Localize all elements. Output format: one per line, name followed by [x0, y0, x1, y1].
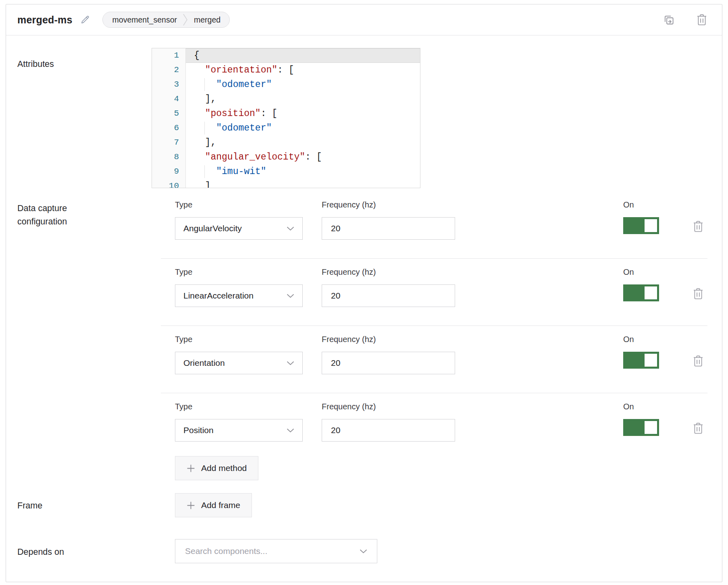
capture-on-toggle[interactable]	[623, 284, 659, 301]
code-line: 2 "orientation": [	[152, 63, 420, 77]
attributes-section: Attributes 1{2 "orientation": [3 "odomet…	[17, 48, 707, 188]
frequency-input-value: 20	[331, 291, 340, 301]
code-line: 1{	[152, 48, 420, 63]
frequency-input[interactable]: 20	[322, 352, 455, 374]
add-method-label: Add method	[201, 463, 247, 473]
method-separator	[161, 258, 707, 259]
delete-method-button[interactable]	[693, 220, 704, 232]
attributes-field-col: 1{2 "orientation": [3 "odometer"4 ],5 "p…	[152, 48, 707, 188]
frequency-input-value: 20	[331, 224, 340, 233]
breadcrumb-divider-icon	[183, 12, 188, 27]
type-select[interactable]: LinearAcceleration	[175, 284, 303, 307]
plus-icon	[187, 464, 195, 473]
type-select-value: AngularVelocity	[183, 224, 242, 233]
type-select[interactable]: Orientation	[175, 352, 303, 374]
chevron-down-icon	[287, 361, 294, 365]
code-text: "odometer"	[186, 121, 420, 135]
depends-on-label: Depends on	[17, 546, 64, 559]
trash-icon	[693, 355, 704, 367]
line-number: 6	[152, 121, 186, 135]
type-select-value: Position	[183, 425, 214, 435]
code-line: 6 "odometer"	[152, 121, 420, 135]
duplicate-component-button[interactable]	[663, 14, 675, 26]
frequency-input[interactable]: 20	[322, 419, 455, 442]
capture-on-toggle[interactable]	[623, 217, 659, 234]
delete-component-button[interactable]	[696, 14, 707, 26]
attributes-label-col: Attributes	[17, 48, 152, 188]
type-select[interactable]: Position	[175, 419, 303, 442]
on-label: On	[623, 335, 634, 344]
line-number: 1	[152, 48, 186, 63]
line-number: 2	[152, 63, 186, 77]
component-body: Attributes 1{2 "orientation": [3 "odomet…	[6, 48, 722, 582]
breadcrumb: movement_sensor merged	[102, 12, 230, 28]
frequency-input[interactable]: 20	[322, 284, 455, 307]
data-capture-label-col: Data capture configuration	[17, 200, 152, 480]
component-card: merged-ms movement_sensor merged	[6, 4, 722, 582]
line-number: 10	[152, 179, 186, 188]
line-number: 4	[152, 92, 186, 106]
depends-on-label-col: Depends on	[17, 539, 152, 563]
indent-guide	[204, 122, 205, 135]
toggle-knob	[645, 421, 657, 434]
chevron-down-icon	[287, 428, 294, 433]
data-capture-method-row: Type Frequency (hz) On Position 20	[152, 402, 707, 442]
edit-name-button[interactable]	[80, 15, 90, 25]
depends-on-field-col: Search components...	[152, 539, 707, 563]
frequency-label: Frequency (hz)	[322, 200, 376, 210]
delete-method-button[interactable]	[693, 288, 704, 300]
data-capture-section: Data capture configuration Type Frequenc…	[17, 200, 707, 480]
type-select[interactable]: AngularVelocity	[175, 217, 303, 240]
depends-on-select[interactable]: Search components...	[175, 539, 377, 563]
type-select-value: Orientation	[183, 358, 225, 368]
line-number: 5	[152, 106, 186, 121]
line-number: 8	[152, 150, 186, 164]
frequency-input-value: 20	[331, 358, 340, 368]
method-separator	[161, 393, 707, 393]
component-header: merged-ms movement_sensor merged	[6, 4, 722, 35]
data-capture-method-row: Type Frequency (hz) On LinearAcceleratio…	[152, 268, 707, 307]
type-select-value: LinearAcceleration	[183, 291, 254, 301]
add-frame-label: Add frame	[201, 500, 240, 510]
chevron-down-icon	[287, 226, 294, 231]
type-label: Type	[175, 402, 192, 411]
frequency-label: Frequency (hz)	[322, 402, 376, 411]
breadcrumb-type: movement_sensor	[112, 15, 177, 25]
frame-field-col: Add frame	[152, 493, 707, 517]
line-number: 9	[152, 164, 186, 179]
code-text: ]	[186, 179, 420, 188]
delete-method-button[interactable]	[693, 355, 704, 367]
frequency-label: Frequency (hz)	[322, 335, 376, 344]
depends-on-placeholder: Search components...	[185, 546, 267, 556]
on-label: On	[623, 268, 634, 277]
depends-on-section: Depends on Search components...	[17, 539, 707, 563]
capture-on-toggle[interactable]	[623, 352, 659, 369]
add-frame-button[interactable]: Add frame	[175, 493, 252, 517]
frame-section: Frame Add frame	[17, 493, 707, 517]
code-line: 10 ]	[152, 179, 420, 188]
code-line: 3 "odometer"	[152, 77, 420, 92]
data-capture-label: Data capture configuration	[17, 202, 104, 229]
frequency-input[interactable]: 20	[322, 217, 455, 240]
plus-icon	[187, 501, 195, 510]
type-label: Type	[175, 335, 192, 344]
code-text: ],	[186, 92, 420, 106]
code-text: "odometer"	[186, 77, 420, 92]
toggle-knob	[645, 219, 657, 232]
code-line: 5 "position": [	[152, 106, 420, 121]
attributes-code-lines: 1{2 "orientation": [3 "odometer"4 ],5 "p…	[152, 48, 420, 188]
add-method-button[interactable]: Add method	[175, 456, 258, 480]
toggle-knob	[645, 286, 657, 299]
indent-guide	[204, 78, 205, 91]
code-text: "angular_velocity": [	[186, 150, 420, 164]
type-label: Type	[175, 200, 192, 210]
frame-label: Frame	[17, 499, 42, 512]
capture-on-toggle[interactable]	[623, 419, 659, 436]
duplicate-icon	[663, 14, 675, 26]
toggle-knob	[645, 354, 657, 367]
data-capture-field-col: Type Frequency (hz) On AngularVelocity 2…	[152, 200, 707, 480]
delete-method-button[interactable]	[693, 422, 704, 434]
type-label: Type	[175, 268, 192, 277]
trash-icon	[696, 14, 707, 26]
attributes-json-editor[interactable]: 1{2 "orientation": [3 "odometer"4 ],5 "p…	[152, 48, 420, 188]
